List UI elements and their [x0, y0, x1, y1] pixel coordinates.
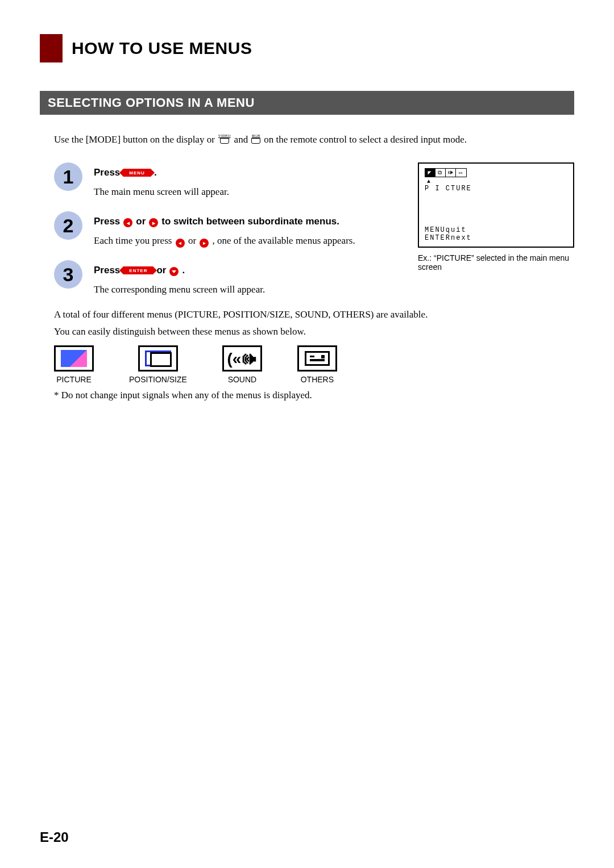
- right-button-icon: ▸: [200, 239, 209, 248]
- position-tab-icon: ⧉: [435, 169, 446, 177]
- position-menu-item: POSITION/SIZE: [129, 345, 187, 384]
- enter-button-icon: ENTER: [123, 266, 153, 274]
- menu-label: POSITION/SIZE: [129, 375, 187, 384]
- note-dist: You can easily distinguish between these…: [54, 326, 574, 337]
- period: .: [182, 265, 185, 276]
- step-desc: Each time you press ◂ or ▸ , one of the …: [94, 235, 355, 247]
- intro-part-c: on the remote control to select a desire…: [264, 134, 467, 145]
- screen-line2: ENTERnext: [425, 234, 472, 242]
- section-heading: SELECTING OPTIONS IN A MENU: [40, 91, 574, 115]
- after-label: to switch between subordinate menus.: [161, 216, 339, 227]
- menu-label: OTHERS: [301, 375, 334, 384]
- menu-button-icon: MENU: [123, 169, 151, 177]
- press-label: Press: [94, 167, 120, 178]
- menu-label: SOUND: [228, 375, 257, 384]
- video-button-icon: VIDEO: [218, 134, 231, 144]
- right-button-icon: ▸: [149, 218, 158, 227]
- or-label: or: [136, 216, 146, 227]
- note-total: A total of four different menus (PICTURE…: [54, 309, 574, 320]
- title-row: HOW TO USE MENUS: [40, 34, 574, 62]
- down-button-icon: [169, 267, 179, 276]
- others-menu-item: OTHERS: [297, 345, 337, 384]
- left-button-icon: ◂: [176, 239, 185, 248]
- step-number: 3: [54, 260, 82, 289]
- or-label: or: [156, 265, 166, 276]
- picture-menu-item: PICTURE: [54, 345, 94, 384]
- others-icon: [297, 345, 337, 372]
- picture-tab-icon: ◤: [425, 169, 435, 177]
- step-number: 1: [54, 162, 82, 191]
- menu-label: PICTURE: [56, 375, 91, 384]
- screen-mock: ◤ ⧉ 🕪 ▭ ▲ P I CTURE MENUquit ENTERnext: [418, 162, 574, 248]
- title-accent: [40, 34, 63, 62]
- screen-caption: Ex.: “PICTURE” selected in the main menu…: [418, 253, 574, 272]
- sound-menu-item: («🕪 SOUND: [222, 345, 262, 384]
- sound-tab-icon: 🕪: [446, 169, 456, 177]
- screen-line1: MENUquit: [425, 226, 472, 234]
- page-title: HOW TO USE MENUS: [72, 39, 252, 58]
- sound-icon: («🕪: [222, 345, 262, 372]
- step-desc: The main menu screen will appear.: [94, 186, 229, 198]
- screen-label: P I CTURE: [425, 185, 567, 193]
- press-label: Press: [94, 265, 120, 276]
- page-number: E-20: [40, 829, 69, 845]
- position-icon: [138, 345, 178, 372]
- left-button-icon: ◂: [123, 218, 132, 227]
- intro-text: Use the [MODE] button on the display or …: [54, 134, 574, 145]
- notes: A total of four different menus (PICTURE…: [54, 309, 574, 384]
- picture-icon: [54, 345, 94, 372]
- footnote: * Do not change input signals when any o…: [54, 390, 574, 401]
- intro-part-a: Use the [MODE] button on the display or: [54, 134, 215, 145]
- step-desc: The corresponding menu screen will appea…: [94, 284, 265, 295]
- screen-icon-row: ◤ ⧉ 🕪 ▭: [425, 168, 467, 177]
- intro-part-b: and: [234, 134, 248, 145]
- press-label: Press: [94, 216, 120, 227]
- others-tab-icon: ▭: [456, 169, 466, 177]
- step-number: 2: [54, 211, 82, 240]
- menu-icons-row: PICTURE POSITION/SIZE («🕪 SOUND OTHERS: [54, 345, 574, 384]
- rgb-button-icon: RGB: [251, 134, 260, 144]
- arrow-up-icon: ▲: [427, 178, 567, 185]
